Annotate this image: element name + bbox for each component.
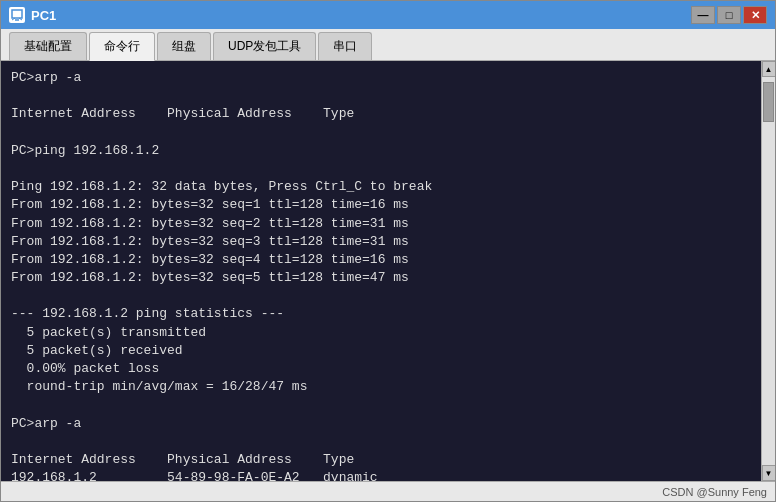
tab-mingling[interactable]: 命令行 xyxy=(89,32,155,61)
tab-udp[interactable]: UDP发包工具 xyxy=(213,32,316,60)
close-button[interactable]: ✕ xyxy=(743,6,767,24)
tab-zupan[interactable]: 组盘 xyxy=(157,32,211,60)
scroll-down-button[interactable]: ▼ xyxy=(762,465,776,481)
scroll-thumb[interactable] xyxy=(763,82,774,122)
window-title: PC1 xyxy=(31,8,56,23)
content-area: PC>arp -a Internet Address Physical Addr… xyxy=(1,61,775,481)
minimize-button[interactable]: — xyxy=(691,6,715,24)
title-bar-left: PC1 xyxy=(9,7,56,23)
maximize-button[interactable]: □ xyxy=(717,6,741,24)
tab-chuankou[interactable]: 串口 xyxy=(318,32,372,60)
window-icon xyxy=(9,7,25,23)
title-controls: — □ ✕ xyxy=(691,6,767,24)
scroll-track xyxy=(762,77,775,465)
svg-rect-0 xyxy=(12,10,22,18)
tab-jichu[interactable]: 基础配置 xyxy=(9,32,87,60)
main-window: PC1 — □ ✕ 基础配置 命令行 组盘 UDP发包工具 串口 PC>arp … xyxy=(0,0,776,502)
tab-bar: 基础配置 命令行 组盘 UDP发包工具 串口 xyxy=(1,29,775,61)
terminal-output[interactable]: PC>arp -a Internet Address Physical Addr… xyxy=(1,61,761,481)
status-bar: CSDN @Sunny Feng xyxy=(1,481,775,501)
scroll-up-button[interactable]: ▲ xyxy=(762,61,776,77)
status-text: CSDN @Sunny Feng xyxy=(662,486,767,498)
title-bar: PC1 — □ ✕ xyxy=(1,1,775,29)
scrollbar[interactable]: ▲ ▼ xyxy=(761,61,775,481)
